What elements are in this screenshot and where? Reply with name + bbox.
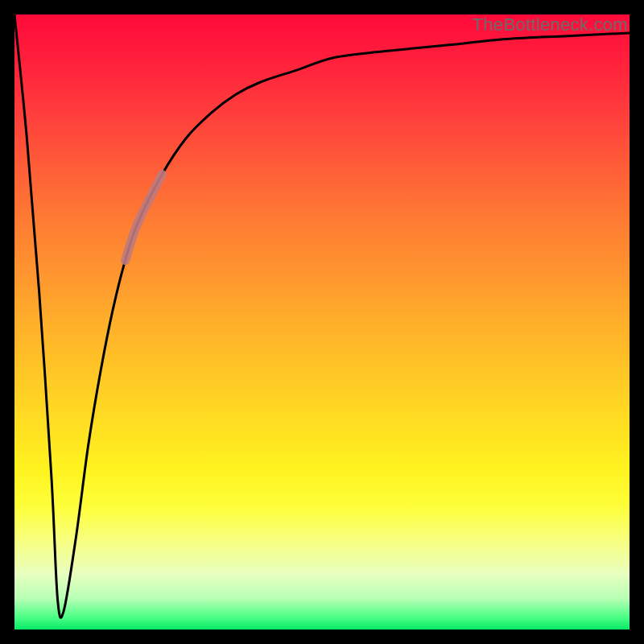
gradient-background xyxy=(14,14,630,630)
watermark-text: TheBottleneck.com xyxy=(473,14,628,35)
frame-left xyxy=(0,0,14,644)
frame-bottom xyxy=(0,630,644,644)
frame-top xyxy=(0,0,644,14)
frame-right xyxy=(630,0,644,644)
chart-stage: TheBottleneck.com xyxy=(0,0,644,644)
